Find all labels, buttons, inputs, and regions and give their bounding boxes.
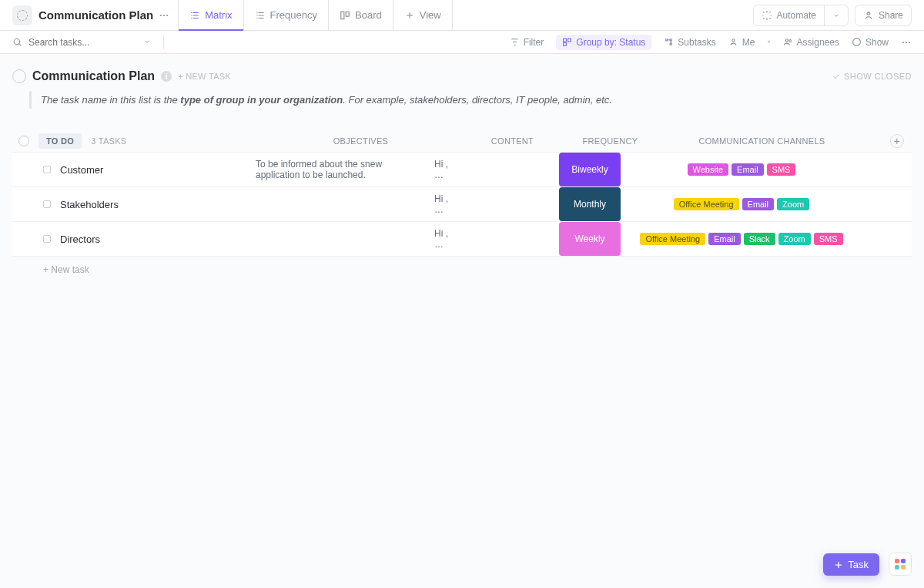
frequency-cell[interactable]: Monthly: [559, 187, 621, 221]
view-tab-label: Matrix: [205, 9, 232, 21]
svg-rect-9: [564, 43, 567, 46]
filter-button[interactable]: Filter: [510, 37, 544, 48]
channel-tag[interactable]: Office Meeting: [640, 233, 705, 245]
filter-label: Filter: [524, 37, 544, 48]
plus-icon: [404, 10, 415, 21]
group-by-button[interactable]: Group by: Status: [556, 35, 651, 50]
view-tab-matrix[interactable]: Matrix: [178, 0, 243, 30]
content-cell[interactable]: Hi ,…: [434, 193, 550, 215]
svg-point-13: [853, 39, 861, 46]
objectives-cell[interactable]: To be informed about the snew applicatio…: [256, 159, 425, 180]
status-square-icon[interactable]: [43, 200, 51, 208]
share-button[interactable]: Share: [855, 5, 912, 26]
board-view-icon: [340, 10, 350, 21]
column-content[interactable]: Content: [454, 136, 570, 146]
svg-point-14: [902, 41, 904, 42]
task-row[interactable]: Customer To be informed about the snew a…: [12, 152, 912, 187]
status-badge[interactable]: TO DO: [38, 133, 82, 149]
info-icon[interactable]: i: [161, 71, 172, 82]
channel-tag[interactable]: Website: [688, 163, 729, 176]
collapse-list-toggle[interactable]: [12, 69, 26, 83]
group-by-label: Group by: Status: [576, 37, 645, 48]
collapse-group-toggle[interactable]: [18, 136, 29, 146]
svg-point-11: [785, 39, 788, 42]
show-label: Show: [865, 37, 889, 48]
channels-cell[interactable]: WebsiteEmailSMS: [630, 163, 853, 176]
task-name[interactable]: Directors: [60, 234, 246, 245]
channel-tag[interactable]: Email: [708, 233, 741, 245]
task-name[interactable]: Stakeholders: [60, 199, 246, 210]
assignees-label: Assignees: [797, 37, 839, 48]
me-button[interactable]: Me: [728, 37, 755, 48]
frequency-cell[interactable]: Biweekly: [559, 153, 621, 186]
sparkle-icon: [762, 10, 772, 21]
page-title: Communication Plan: [38, 8, 153, 22]
svg-rect-7: [564, 39, 567, 42]
frequency-cell[interactable]: Weekly: [559, 222, 621, 256]
task-row[interactable]: Directors Hi ,… Weekly Office MeetingEma…: [12, 222, 912, 257]
svg-point-10: [732, 39, 735, 42]
automate-chevron[interactable]: [825, 5, 848, 25]
list-title: Communication Plan: [32, 69, 155, 83]
automate-label: Automate: [777, 10, 816, 21]
svg-point-0: [160, 14, 162, 15]
task-name[interactable]: Customer: [60, 164, 246, 176]
channel-tag[interactable]: Zoom: [778, 233, 811, 245]
status-square-icon[interactable]: [43, 235, 51, 243]
view-tab-add[interactable]: View: [393, 0, 453, 30]
channel-tag[interactable]: Office Meeting: [674, 198, 739, 210]
list-view-icon: [189, 10, 200, 21]
task-count: 3 TASKS: [91, 136, 126, 146]
search-icon: [12, 37, 22, 47]
share-label: Share: [879, 10, 903, 21]
new-task-row[interactable]: + New task: [12, 257, 912, 275]
view-tab-board[interactable]: Board: [328, 0, 393, 30]
list-options-button[interactable]: [158, 9, 170, 22]
more-options-button[interactable]: [901, 37, 912, 48]
svg-rect-3: [341, 12, 344, 18]
svg-rect-4: [346, 12, 349, 16]
list-description: The task name in this list is the type o…: [29, 91, 912, 109]
channels-cell[interactable]: Office MeetingEmailSlackZoomSMS: [630, 233, 853, 245]
view-tab-label: View: [420, 9, 441, 21]
search-chevron[interactable]: [143, 37, 151, 48]
add-column-button[interactable]: +: [890, 134, 904, 148]
view-tab-label: Board: [355, 9, 382, 21]
column-objectives[interactable]: Objectives: [276, 136, 445, 146]
task-row[interactable]: Stakeholders Hi ,… Monthly Office Meetin…: [12, 187, 912, 222]
view-tab-frequency[interactable]: Frequency: [243, 0, 328, 30]
list-view-icon: [255, 10, 266, 21]
assignees-button[interactable]: Assignees: [783, 37, 839, 48]
new-task-button[interactable]: + New Task: [178, 72, 231, 81]
column-frequency[interactable]: Frequency: [579, 136, 641, 146]
subtasks-button[interactable]: Subtasks: [664, 37, 715, 48]
svg-point-16: [909, 41, 910, 42]
svg-point-5: [867, 12, 870, 14]
status-square-icon[interactable]: [43, 166, 51, 173]
search-input[interactable]: [27, 36, 151, 49]
channel-tag[interactable]: SMS: [814, 233, 843, 245]
list-icon[interactable]: [12, 5, 32, 25]
column-channels[interactable]: Communication Channels: [650, 136, 873, 146]
show-closed-button[interactable]: Show Closed: [832, 72, 912, 81]
channels-cell[interactable]: Office MeetingEmailZoom: [630, 198, 853, 210]
subtasks-label: Subtasks: [678, 37, 715, 48]
content-cell[interactable]: Hi ,…: [434, 159, 550, 180]
svg-point-12: [788, 40, 791, 42]
svg-point-6: [14, 39, 20, 45]
automate-button[interactable]: Automate: [754, 5, 825, 25]
channel-tag[interactable]: Email: [742, 198, 775, 210]
view-tab-label: Frequency: [270, 9, 317, 21]
channel-tag[interactable]: Slack: [744, 233, 775, 245]
svg-rect-8: [568, 39, 571, 42]
channel-tag[interactable]: SMS: [767, 163, 796, 176]
share-icon: [863, 10, 874, 21]
svg-point-2: [166, 14, 168, 15]
show-button[interactable]: Show: [852, 37, 889, 48]
channel-tag[interactable]: Zoom: [777, 198, 809, 210]
content-cell[interactable]: Hi ,…: [434, 228, 550, 250]
svg-point-1: [163, 14, 165, 15]
svg-point-15: [906, 41, 907, 42]
channel-tag[interactable]: Email: [732, 163, 764, 176]
me-label: Me: [742, 37, 755, 48]
